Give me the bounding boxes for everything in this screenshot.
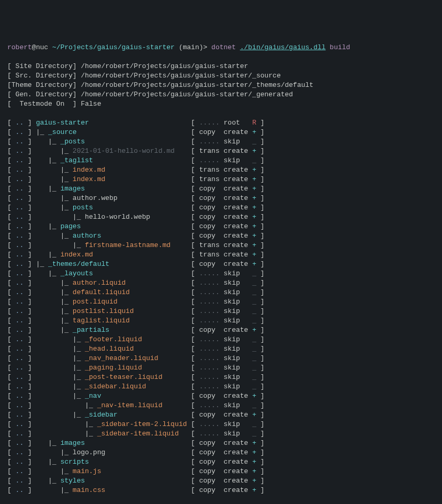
operation: ..... xyxy=(199,345,220,353)
dots-icon: .. xyxy=(16,458,24,466)
operation: ..... xyxy=(199,270,220,277)
operation: ..... xyxy=(199,298,220,306)
bracket-close: ] xyxy=(24,156,36,164)
dots-icon: .. xyxy=(16,392,24,400)
status-symbol: + xyxy=(252,147,256,155)
action: skip xyxy=(224,430,248,438)
dots-icon: .. xyxy=(16,401,24,409)
source-name: author.webp xyxy=(73,194,118,202)
operation: copy xyxy=(199,194,220,202)
dots-icon: .. xyxy=(16,335,24,343)
status-symbol: _ xyxy=(252,317,256,324)
bracket-close: ] xyxy=(256,430,265,438)
operation: ..... xyxy=(199,335,220,343)
pad xyxy=(130,288,191,296)
bracket-open: [ xyxy=(7,401,16,409)
bracket-close: ] xyxy=(24,147,36,155)
bracket-close: ] xyxy=(256,326,265,334)
terminal[interactable]: robert@nuc ~/Projects/gaius/gaius-starte… xyxy=(7,43,435,504)
status-symbol: _ xyxy=(252,420,256,428)
pad xyxy=(142,364,191,372)
tree-indent: |_ xyxy=(36,241,85,249)
status-symbol: _ xyxy=(252,364,256,372)
action: create xyxy=(224,458,248,466)
status-symbol: + xyxy=(252,232,256,240)
bracket-close: ] xyxy=(24,270,36,277)
bracket-open: [ xyxy=(191,260,199,268)
bracket-close: ] xyxy=(24,251,36,259)
source-name: _posts xyxy=(60,138,85,145)
tree-indent: |_ xyxy=(36,260,48,268)
source-name: main.css xyxy=(73,486,105,494)
tree-indent: |_ xyxy=(36,298,73,306)
operation: trans xyxy=(199,251,220,259)
bracket-close: ] xyxy=(256,166,265,174)
dots-icon: .. xyxy=(16,119,24,127)
dots-icon: .. xyxy=(16,222,24,230)
bracket-open: [ xyxy=(7,364,16,372)
bracket-close: ] xyxy=(24,486,36,494)
source-name: _taglist xyxy=(60,156,93,164)
bracket-open: [ xyxy=(191,222,199,230)
tree-indent: |_ xyxy=(36,232,73,240)
tree-row: [ .. ] |_ postlist.liquid [ ..... skip _… xyxy=(7,307,435,316)
source-name: pages xyxy=(60,222,81,230)
bracket-open: [ xyxy=(7,279,16,287)
dots-icon: .. xyxy=(16,477,24,485)
source-name: post.liquid xyxy=(73,298,118,306)
status-symbol: + xyxy=(252,411,256,419)
action: skip xyxy=(224,138,248,145)
tree-indent: |_ xyxy=(36,335,85,343)
action: create xyxy=(224,204,248,211)
status-symbol: + xyxy=(252,241,256,249)
operation: copy xyxy=(199,185,220,193)
tree-indent: |_ xyxy=(36,317,73,324)
pad xyxy=(118,411,191,419)
source-name: main.js xyxy=(73,467,101,475)
bracket-close: ] xyxy=(256,335,265,343)
info-line-3: [ Gen. Directory] /home/robert/Projects/… xyxy=(7,90,435,99)
source-name: default.liquid xyxy=(73,288,130,296)
action: create xyxy=(224,222,248,230)
bracket-close: ] xyxy=(24,138,36,145)
bracket-close: ] xyxy=(256,194,265,202)
bracket-open: [ xyxy=(191,383,199,390)
bracket-open: [ xyxy=(191,270,199,277)
bracket-open: [ xyxy=(7,185,16,193)
pad xyxy=(93,270,191,277)
pad xyxy=(146,383,191,390)
pad xyxy=(175,147,191,155)
source-name: taglist.liquid xyxy=(73,317,130,324)
tree-row: [ .. ] |_ _sidebar-item.liquid [ ..... s… xyxy=(7,429,435,439)
bracket-open: [ xyxy=(191,326,199,334)
tree-indent: |_ xyxy=(36,279,73,287)
pad xyxy=(105,166,191,174)
dots-icon: .. xyxy=(16,194,24,202)
tree-indent: |_ xyxy=(36,449,73,456)
source-name: hello-world.webp xyxy=(85,213,150,221)
bracket-open: [ xyxy=(191,298,199,306)
bracket-open: [ xyxy=(7,222,16,230)
status-symbol: + xyxy=(252,166,256,174)
bracket-close: ] xyxy=(256,138,265,145)
dots-icon: .. xyxy=(16,326,24,334)
pad xyxy=(134,307,191,315)
bracket-open: [ xyxy=(191,392,199,400)
bracket-close: ] xyxy=(256,467,265,475)
tree-indent: |_ xyxy=(36,288,73,296)
dots-icon: .. xyxy=(16,213,24,221)
operation: trans xyxy=(199,175,220,183)
command: dotnet xyxy=(211,43,240,51)
operation: ..... xyxy=(199,288,220,296)
source-name: _sidebar-item.liquid xyxy=(97,430,179,438)
operation: ..... xyxy=(199,138,220,145)
bracket-open: [ xyxy=(7,270,16,277)
bracket-open: [ xyxy=(7,251,16,259)
bracket-open: [ xyxy=(7,439,16,447)
tree-row: [ .. ] |_ logo.png [ copy create + ] xyxy=(7,448,435,457)
status-symbol: + xyxy=(252,194,256,202)
action: skip xyxy=(224,307,248,315)
bracket-close: ] xyxy=(24,373,36,381)
dots-icon: .. xyxy=(16,439,24,447)
operation: copy xyxy=(199,128,220,136)
